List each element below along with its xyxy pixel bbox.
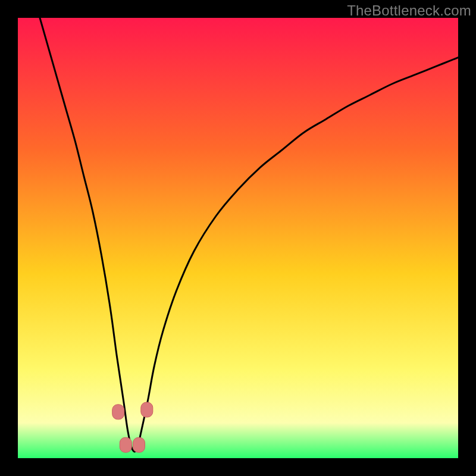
curve-marker: [141, 402, 153, 417]
curve-marker: [133, 437, 145, 452]
watermark-text: TheBottleneck.com: [347, 2, 471, 19]
plot-area: [18, 18, 458, 458]
chart-svg: [18, 18, 458, 458]
curve-marker: [120, 437, 131, 452]
curve-marker: [112, 405, 124, 419]
